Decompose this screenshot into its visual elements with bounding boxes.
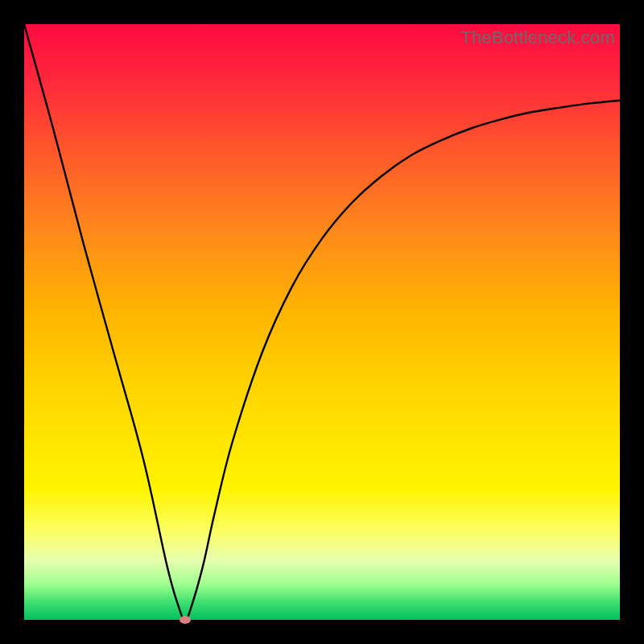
chart-frame: TheBottleneck.com [0,0,644,644]
plot-area: TheBottleneck.com [24,24,620,620]
minimum-marker [180,616,191,624]
bottleneck-curve [24,24,620,620]
